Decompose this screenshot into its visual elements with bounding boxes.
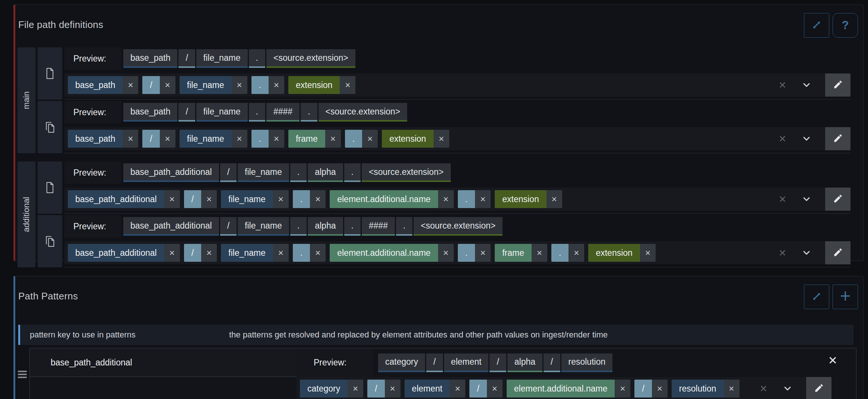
token-chip[interactable]: extension✕ (588, 244, 655, 262)
token-chip[interactable]: extension✕ (382, 130, 449, 148)
edit-button[interactable] (806, 377, 831, 399)
clear-all-icon[interactable]: ✕ (779, 73, 786, 97)
preview-chip: <source.extension> (319, 103, 408, 122)
remove-token-icon[interactable]: ✕ (201, 244, 217, 262)
token-bar: category✕/✕element✕/✕element.additional.… (297, 377, 831, 399)
token-chip[interactable]: .✕ (458, 244, 491, 262)
remove-token-icon[interactable]: ✕ (615, 380, 630, 398)
remove-token-icon[interactable]: ✕ (340, 76, 355, 94)
drag-handle[interactable] (15, 348, 29, 399)
remove-token-icon[interactable]: ✕ (273, 244, 289, 262)
token-chip[interactable]: element✕ (405, 380, 466, 398)
clear-all-icon[interactable]: ✕ (779, 188, 786, 211)
token-chip[interactable]: /✕ (184, 244, 217, 262)
token-chip[interactable]: /✕ (142, 76, 175, 94)
token-chip[interactable]: element.additional.name✕ (507, 380, 631, 398)
remove-token-icon[interactable]: ✕ (123, 130, 138, 148)
remove-token-icon[interactable]: ✕ (164, 190, 180, 208)
remove-token-icon[interactable]: ✕ (475, 244, 491, 262)
clear-all-icon[interactable]: ✕ (760, 377, 767, 399)
remove-token-icon[interactable]: ✕ (640, 244, 656, 262)
token-chip[interactable]: /✕ (634, 380, 667, 398)
edit-button[interactable] (825, 188, 850, 211)
token-chip[interactable]: extension✕ (288, 76, 355, 94)
remove-token-icon[interactable]: ✕ (123, 76, 138, 94)
edit-button[interactable] (825, 241, 850, 264)
token-chip[interactable]: base_path✕ (68, 76, 138, 94)
remove-token-icon[interactable]: ✕ (475, 190, 491, 208)
delete-pattern-row-icon[interactable]: ✕ (828, 355, 837, 366)
remove-token-icon[interactable]: ✕ (269, 130, 284, 148)
chevron-down-icon[interactable] (801, 241, 812, 264)
token-chip[interactable]: /✕ (367, 380, 400, 398)
add-pattern-button[interactable]: + (833, 285, 858, 309)
remove-token-icon[interactable]: ✕ (160, 130, 175, 148)
preview-chip-text: / (186, 53, 188, 63)
remove-token-icon[interactable]: ✕ (385, 380, 400, 398)
preview-chip: file_name (238, 217, 289, 236)
token-chip[interactable]: base_path✕ (68, 130, 138, 148)
token-chip[interactable]: category✕ (300, 380, 363, 398)
token-chip[interactable]: .✕ (458, 190, 491, 208)
edit-button[interactable] (825, 73, 850, 97)
remove-token-icon[interactable]: ✕ (438, 190, 454, 208)
token-chip[interactable]: /✕ (142, 130, 175, 148)
token-chip[interactable]: file_name✕ (221, 190, 289, 208)
remove-token-icon[interactable]: ✕ (273, 190, 289, 208)
remove-token-icon[interactable]: ✕ (532, 244, 547, 262)
remove-token-icon[interactable]: ✕ (652, 380, 668, 398)
token-chip[interactable]: .✕ (551, 244, 584, 262)
remove-token-icon[interactable]: ✕ (164, 244, 180, 262)
chevron-down-icon[interactable] (801, 127, 812, 150)
help-button[interactable]: ? (833, 13, 858, 38)
edit-button[interactable] (825, 127, 850, 150)
token-chip[interactable]: .✕ (251, 130, 284, 148)
remove-token-icon[interactable]: ✕ (438, 244, 454, 262)
token-chip[interactable]: .✕ (293, 190, 326, 208)
token-chip[interactable]: extension✕ (495, 190, 562, 208)
token-chip[interactable]: /✕ (184, 190, 217, 208)
token-chip[interactable]: base_path_additional✕ (68, 244, 180, 262)
token-label: / (142, 76, 159, 94)
remove-token-icon[interactable]: ✕ (269, 76, 284, 94)
remove-token-icon[interactable]: ✕ (362, 130, 378, 148)
remove-token-icon[interactable]: ✕ (232, 76, 247, 94)
token-chip[interactable]: file_name✕ (221, 244, 289, 262)
chevron-down-icon[interactable] (801, 188, 812, 211)
remove-token-icon[interactable]: ✕ (232, 130, 247, 148)
token-chip[interactable]: .✕ (251, 76, 284, 94)
remove-token-icon[interactable]: ✕ (547, 190, 562, 208)
remove-token-icon[interactable]: ✕ (487, 380, 503, 398)
token-chip[interactable]: frame✕ (288, 130, 341, 148)
remove-token-icon[interactable]: ✕ (310, 190, 326, 208)
token-chip[interactable]: file_name✕ (180, 76, 247, 94)
remove-token-icon[interactable]: ✕ (568, 244, 584, 262)
token-chip[interactable]: .✕ (293, 244, 326, 262)
remove-token-icon[interactable]: ✕ (348, 380, 363, 398)
remove-token-icon[interactable]: ✕ (310, 244, 326, 262)
token-chip[interactable]: file_name✕ (180, 130, 247, 148)
clear-all-icon[interactable]: ✕ (779, 241, 786, 264)
token-chip[interactable]: /✕ (469, 380, 502, 398)
remove-token-icon[interactable]: ✕ (201, 190, 217, 208)
chevron-down-icon[interactable] (801, 73, 812, 97)
expand-panel-button[interactable] (804, 285, 829, 309)
expand-panel-button[interactable] (804, 13, 829, 38)
chevron-down-icon[interactable] (782, 377, 793, 399)
token-chip[interactable]: element.additional.name✕ (330, 190, 454, 208)
remove-token-icon[interactable]: ✕ (724, 380, 739, 398)
panel-actions: + (804, 285, 858, 309)
remove-token-icon[interactable]: ✕ (434, 130, 449, 148)
token-label: category (300, 380, 348, 398)
remove-token-icon[interactable]: ✕ (450, 380, 465, 398)
clear-all-icon[interactable]: ✕ (779, 127, 786, 150)
remove-token-icon[interactable]: ✕ (160, 76, 175, 94)
token-chip[interactable]: frame✕ (495, 244, 547, 262)
token-chip[interactable]: element.additional.name✕ (330, 244, 454, 262)
token-chip[interactable]: base_path_additional✕ (68, 190, 180, 208)
token-chip[interactable]: .✕ (345, 130, 378, 148)
remove-token-icon[interactable]: ✕ (325, 130, 341, 148)
token-label: . (293, 190, 310, 208)
token-chip[interactable]: resolution✕ (672, 380, 739, 398)
pattern-key-field[interactable]: base_path_additional (30, 348, 297, 377)
